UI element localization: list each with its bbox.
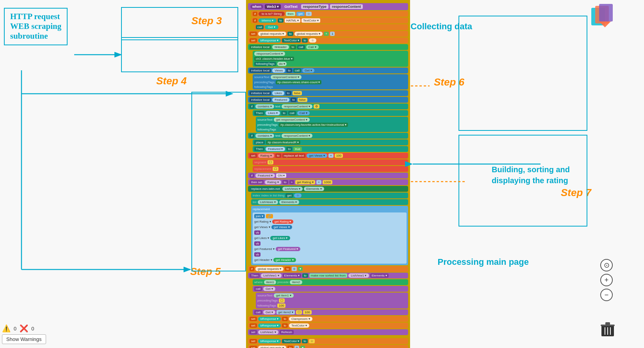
step5-highlight [191, 92, 246, 271]
step5-label: Step 5 [190, 266, 221, 278]
zoom-out-button[interactable]: − [600, 289, 613, 301]
web-scraping-box: HTTP request WEB scrapingsubroutine [4, 8, 68, 45]
step6-highlight [458, 16, 587, 131]
trash-icon[interactable] [601, 321, 615, 340]
svg-rect-2 [599, 4, 613, 21]
step6-label: Step 6 [434, 76, 464, 88]
zoom-controls: ⊙ + − [600, 259, 613, 301]
error-count: 0 [31, 326, 34, 332]
warning-triangle-icon: ⚠️ [2, 324, 11, 333]
code-scroll: when Web3 ▾ GotText responseType respons… [246, 0, 410, 348]
step4-label: Step 4 [156, 75, 187, 87]
building-sorting-label: Building, sorting anddisplaying the rati… [492, 164, 570, 186]
http-request-label: HTTP request [10, 12, 61, 21]
collecting-data-label: Collecting data [410, 21, 472, 32]
step4-highlight [121, 37, 238, 72]
step7-label: Step 7 [561, 187, 591, 199]
processing-label: Processing main page [437, 257, 529, 267]
error-icon: ❌ [20, 324, 28, 333]
zoom-in-button[interactable]: + [600, 274, 613, 286]
main-canvas: HTTP request WEB scrapingsubroutine Step… [0, 0, 644, 348]
warning-count: 0 [14, 326, 16, 332]
warning-row: ⚠️ 0 ❌ 0 [2, 324, 34, 333]
warning-area: ⚠️ 0 ❌ 0 Show Warnings [2, 324, 46, 344]
step3-label: Step 3 [191, 15, 222, 27]
recenter-button[interactable]: ⊙ [600, 259, 613, 271]
code-area: when Web3 ▾ GotText responseType respons… [246, 0, 410, 348]
show-warnings-button[interactable]: Show Warnings [2, 334, 46, 344]
web-scraping-label: WEB scrapingsubroutine [10, 21, 61, 41]
svg-rect-15 [605, 322, 610, 325]
app-icon [589, 4, 621, 29]
